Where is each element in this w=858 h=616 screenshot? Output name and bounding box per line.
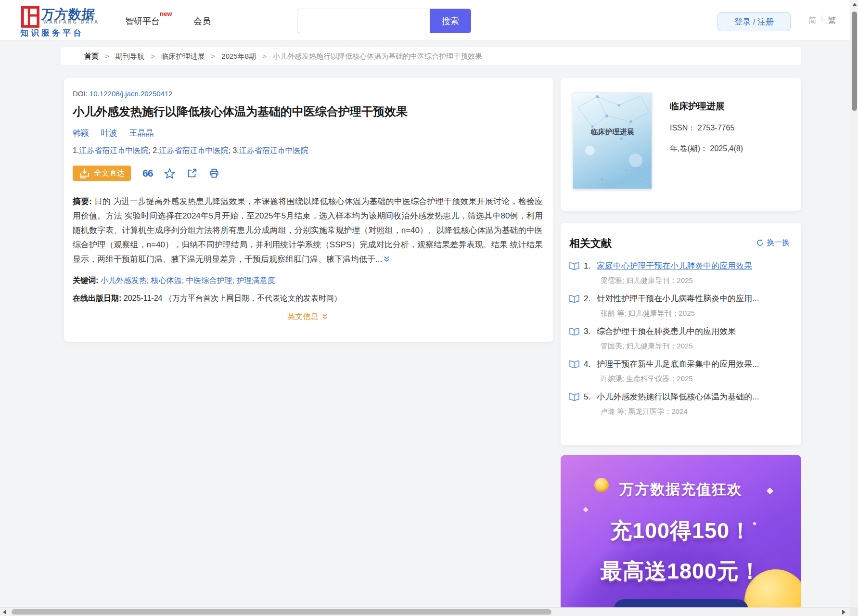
author-link[interactable]: 韩颖: [73, 128, 89, 138]
article-card: DOI: 10.12208/j.jacn.20250412 小儿外感发热施行以降…: [64, 78, 553, 342]
lang-simplified-toggle[interactable]: 简: [808, 15, 817, 26]
refresh-button[interactable]: 换一换: [756, 238, 790, 248]
search-input[interactable]: [297, 9, 430, 33]
related-item-number: 5.: [584, 392, 590, 402]
related-item-title[interactable]: 综合护理干预在肺炎患儿中的应用效果: [597, 326, 736, 337]
scroll-right-arrow[interactable]: [842, 610, 845, 615]
site-header: 万方数据 WANFANG DATA 知识服务平台 智研平台 new 会员 搜索 …: [0, 0, 858, 40]
keywords-label: 关键词:: [73, 276, 98, 284]
breadcrumb: 首页 > 期刊导航 > 临床护理进展 > 2025年8期 > 小儿外感发热施行以…: [61, 47, 801, 65]
issn-value: 2753-7765: [698, 124, 735, 132]
keyword-link[interactable]: 小儿外感发热: [101, 276, 147, 284]
share-icon[interactable]: [187, 168, 197, 179]
new-badge: new: [160, 10, 172, 17]
horizontal-scrollbar[interactable]: [0, 607, 858, 616]
affiliation-separator: ;: [148, 146, 153, 154]
related-item-number: 1.: [584, 261, 590, 271]
promo-banner[interactable]: 万方数据充值狂欢 充100得150！ 最高送1800元！: [561, 455, 801, 607]
fulltext-button[interactable]: free 全文直达: [73, 166, 131, 181]
article-toolbar: free 全文直达 66: [73, 166, 543, 181]
wanfang-logo-icon[interactable]: [21, 6, 39, 28]
download-free-icon: free: [79, 167, 90, 179]
related-item-meta: 许婉渠; 生命科学仪器；2025: [569, 374, 791, 384]
affiliation-number: 1.: [73, 146, 79, 154]
affiliation-link[interactable]: 江苏省宿迁市中医院: [159, 146, 229, 154]
keywords-row: 关键词: 小儿外感发热; 核心体温; 中医综合护理; 护理满意度: [73, 276, 543, 286]
lang-traditional-toggle[interactable]: 繁: [828, 15, 836, 26]
vertical-scrollbar[interactable]: [850, 0, 858, 607]
author-link[interactable]: 王晶晶: [129, 128, 154, 138]
related-item-title[interactable]: 家庭中心护理干预在小儿肺炎中的应用效果: [597, 260, 752, 271]
related-item-number: 2.: [584, 294, 590, 304]
related-item-meta: 张丽 等; 妇儿健康导刊；2025: [569, 309, 791, 318]
journal-info: 临床护理进展 ISSN： 2753-7765 年,卷(期)： 2025,4(8): [670, 100, 743, 154]
journal-cover[interactable]: 临床护理进展: [573, 92, 652, 189]
refresh-label: 换一换: [767, 238, 790, 248]
breadcrumb-item-journal-nav[interactable]: 期刊导航: [115, 52, 144, 60]
svg-text:free: free: [80, 176, 86, 180]
journal-volume-row: 年,卷(期)： 2025,4(8): [670, 144, 743, 154]
volume-label: 年,卷(期)：: [670, 144, 708, 153]
author-link[interactable]: 叶波: [101, 128, 117, 138]
sparkle-decoration: [583, 507, 588, 512]
print-icon[interactable]: [209, 168, 219, 179]
related-item-title[interactable]: 护理干预在新生儿足底血采集中的应用效果...: [597, 359, 759, 370]
expand-abstract-icon[interactable]: [383, 256, 390, 265]
related-articles-card: 相关文献 换一换 1. 家庭中心护理干预在小儿肺炎中的应用效果 梁儒雅; 妇儿健…: [561, 223, 801, 445]
book-icon: [569, 393, 579, 401]
article-title: 小儿外感发热施行以降低核心体温为基础的中医综合护理干预效果: [73, 104, 543, 119]
book-icon: [569, 327, 579, 335]
scroll-left-arrow[interactable]: [3, 610, 6, 615]
login-register-button[interactable]: 登录 / 注册: [717, 12, 791, 31]
related-item: 3. 综合护理干预在肺炎患儿中的应用效果 管国美; 妇儿健康导刊；2025: [569, 326, 791, 351]
issn-label: ISSN：: [670, 124, 695, 132]
journal-cover-label: 临床护理进展: [573, 128, 652, 137]
keyword-separator: ;: [182, 276, 184, 284]
related-item-meta: 管国美; 妇儿健康导刊；2025: [569, 342, 791, 351]
nav-item-platform[interactable]: 智研平台: [125, 15, 160, 27]
lang-divider: |: [821, 14, 823, 23]
book-icon: [569, 360, 579, 368]
search-bar: 搜索: [297, 9, 471, 33]
search-button[interactable]: 搜索: [430, 9, 471, 33]
related-item-number: 3.: [584, 327, 590, 336]
keyword-link[interactable]: 核心体温: [151, 276, 182, 284]
related-item-title[interactable]: 针对性护理干预在小儿病毒性脑炎中的应用...: [597, 293, 759, 304]
horizontal-scrollbar-thumb[interactable]: [12, 609, 551, 615]
book-icon: [569, 262, 579, 270]
related-title: 相关文献: [569, 237, 612, 249]
breadcrumb-item-issue[interactable]: 2025年8期: [221, 52, 256, 60]
doi-link[interactable]: 10.12208/j.jacn.20250412: [90, 90, 173, 98]
keyword-link[interactable]: 护理满意度: [237, 276, 275, 284]
related-header: 相关文献 换一换: [569, 236, 791, 253]
pubdate-value: 2025-11-24: [124, 294, 163, 302]
affiliation-link[interactable]: 江苏省宿迁市中医院: [239, 146, 308, 154]
star-icon[interactable]: [164, 168, 175, 179]
related-item-meta: 梁儒雅; 妇儿健康导刊；2025: [569, 276, 791, 285]
brand-name-en: WANFANG DATA: [43, 19, 99, 25]
banner-cta-button[interactable]: [614, 599, 748, 607]
breadcrumb-item-journal[interactable]: 临床护理进展: [161, 52, 205, 60]
journal-name[interactable]: 临床护理进展: [670, 100, 743, 113]
english-info-label: 英文信息: [287, 312, 318, 321]
related-item: 5. 小儿外感发热施行以降低核心体温为基础的... 卢璐 等; 黑龙江医学；20…: [569, 391, 791, 416]
breadcrumb-current: 小儿外感发热施行以降低核心体温为基础的中医综合护理干预效果: [273, 52, 482, 60]
related-item: 2. 针对性护理干预在小儿病毒性脑炎中的应用... 张丽 等; 妇儿健康导刊；2…: [569, 293, 791, 318]
fulltext-button-label: 全文直达: [94, 168, 125, 179]
volume-value: 2025,4(8): [710, 144, 743, 153]
breadcrumb-separator: >: [101, 52, 114, 60]
english-info-button[interactable]: 英文信息: [73, 312, 543, 322]
affiliation-link[interactable]: 江苏省宿迁市中医院: [79, 146, 148, 154]
related-item-title[interactable]: 小儿外感发热施行以降低核心体温为基础的...: [597, 391, 759, 402]
keyword-link[interactable]: 中医综合护理: [186, 276, 232, 284]
abstract-text: 目的 为进一步提高外感发热患儿降温效果，本课题将围绕以降低核心体温为基础的中医综…: [73, 197, 543, 264]
breadcrumb-separator: >: [206, 52, 219, 60]
keyword-separator: ;: [232, 276, 234, 284]
doi-label: DOI:: [73, 90, 88, 98]
related-item-number: 4.: [584, 359, 590, 369]
vertical-scrollbar-thumb[interactable]: [852, 12, 857, 111]
cite-icon[interactable]: 66: [142, 167, 153, 179]
breadcrumb-home[interactable]: 首页: [84, 52, 99, 60]
nav-item-member[interactable]: 会员: [193, 15, 211, 27]
scroll-up-arrow[interactable]: [852, 3, 857, 6]
